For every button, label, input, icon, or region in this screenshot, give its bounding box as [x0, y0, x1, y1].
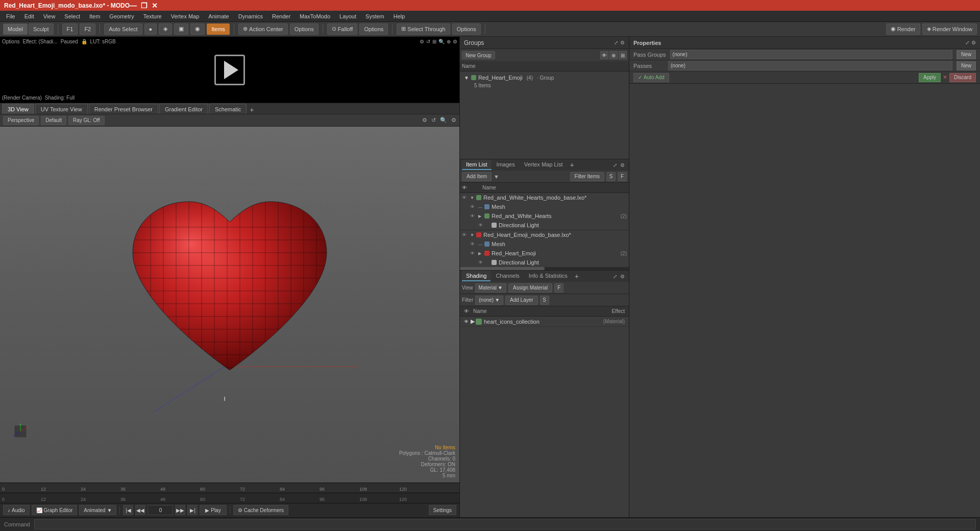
item-vis-5[interactable]	[470, 240, 477, 248]
select-through-button[interactable]: ⊞ Select Through	[397, 23, 450, 35]
item-expand-4[interactable]	[470, 233, 475, 237]
add-item-dropdown[interactable]: ▼	[494, 174, 499, 180]
cache-deformers-button[interactable]: ⚙ Cache Deformers	[233, 505, 288, 515]
item-vis-3[interactable]	[478, 222, 485, 229]
settings-button[interactable]: Settings	[429, 505, 456, 515]
tab-gradient-editor[interactable]: Gradient Editor	[159, 104, 208, 114]
panel-expand-icon[interactable]: ⤢	[613, 162, 617, 168]
item-row-3[interactable]: Directional Light	[460, 221, 629, 230]
menu-vertex-map[interactable]: Vertex Map	[167, 12, 204, 20]
item-row-1[interactable]: Mesh	[460, 202, 629, 211]
preview-ctrl4[interactable]: 🔍	[438, 39, 445, 44]
auto-add-button[interactable]: ✓ Auto Add	[633, 73, 669, 82]
f1-button[interactable]: F1	[62, 23, 78, 35]
new-passes-button[interactable]: New	[957, 61, 976, 70]
animated-button[interactable]: Animated ▼	[79, 505, 116, 515]
filter-f-btn[interactable]: F	[618, 172, 627, 181]
tab-images[interactable]: Images	[493, 160, 519, 170]
falloff-button[interactable]: ⊙ Falloff	[327, 23, 358, 35]
add-shading-tab[interactable]: +	[573, 272, 581, 280]
add-item-button[interactable]: Add Item	[462, 172, 492, 181]
shading-settings-icon[interactable]: ⚙	[620, 274, 625, 279]
view-material-dropdown[interactable]: Material ▼	[475, 283, 506, 293]
ray-gl-button[interactable]: Ray GL: Off	[68, 116, 105, 125]
menu-system[interactable]: System	[361, 12, 388, 20]
preview-ctrl3[interactable]: ⊞	[432, 39, 436, 44]
maximize-button[interactable]: ❐	[141, 2, 148, 10]
shading-f-btn[interactable]: F	[554, 283, 564, 293]
view-zoom-icon[interactable]: 🔍	[440, 117, 447, 124]
3d-viewport[interactable]: No Items Polygons : Catmull-Clark Channe…	[0, 127, 459, 482]
items-button[interactable]: Items	[207, 23, 230, 35]
preview-ctrl5[interactable]: ⊕	[447, 39, 451, 44]
model-mode-button[interactable]: Model	[3, 23, 28, 35]
groups-icon2[interactable]: ⊕	[609, 51, 618, 59]
props-expand-icon[interactable]: ⤢	[965, 40, 969, 45]
tab-info-statistics[interactable]: Info & Statistics	[525, 271, 572, 281]
item-list-content[interactable]: Red_and_White_Hearts_modo_base.lxo* Mesh	[460, 193, 629, 267]
groups-icon1[interactable]: 👁	[600, 51, 608, 59]
expand-icon[interactable]: ⤢	[614, 40, 618, 45]
discard-button[interactable]: Discard	[949, 73, 976, 82]
falloff-options-button[interactable]: Options	[359, 23, 388, 35]
tab-render-preset[interactable]: Render Preset Browser	[89, 104, 158, 114]
mat-expand[interactable]: ▶	[471, 318, 476, 325]
poly-mode-button[interactable]: ▣	[174, 23, 188, 35]
item-vis-2[interactable]	[470, 212, 477, 220]
play-button[interactable]: ▶ Play	[200, 505, 226, 515]
menu-dynamics[interactable]: Dynamics	[234, 12, 267, 20]
pass-groups-dropdown[interactable]: (none)	[670, 50, 952, 59]
groups-icon3[interactable]: ⊞	[619, 51, 627, 59]
filter-dropdown[interactable]: (none) ▼	[475, 296, 503, 305]
new-group-button[interactable]: New Group	[462, 51, 495, 59]
tab-channels[interactable]: Channels	[492, 271, 523, 281]
group-sub-item[interactable]: 5 Items	[462, 82, 627, 89]
menu-item[interactable]: Item	[85, 12, 104, 20]
item-list-scroll-thumb[interactable]	[460, 267, 545, 270]
tab-schematic[interactable]: Schematic	[209, 104, 247, 114]
select-options-button[interactable]: Options	[452, 23, 481, 35]
item-row-7[interactable]: Directional Light	[460, 258, 629, 267]
item-list-scrollbar[interactable]	[460, 267, 629, 270]
add-panel-tab[interactable]: +	[568, 161, 576, 169]
menu-animate[interactable]: Animate	[204, 12, 233, 20]
frame-input[interactable]	[148, 505, 173, 515]
menu-geometry[interactable]: Geometry	[105, 12, 138, 20]
preview-options[interactable]: Options	[2, 39, 19, 44]
item-row-4[interactable]: Red_Heart_Emoji_modo_base.lxo*	[460, 230, 629, 239]
item-expand-2[interactable]	[478, 214, 483, 219]
timeline-ruler[interactable]: 0 12 24 36 48 60 72 84 96 108 120	[0, 482, 459, 493]
new-pass-button[interactable]: New	[957, 50, 976, 59]
view-settings-icon[interactable]: ⚙	[422, 117, 427, 124]
item-vis-1[interactable]	[470, 203, 477, 210]
item-expand-0[interactable]	[470, 196, 475, 200]
action-center-button[interactable]: ⊕ Action Center	[238, 23, 288, 35]
passes-dropdown[interactable]: (none)	[668, 61, 952, 70]
item-vis-7[interactable]	[478, 259, 485, 266]
shading-expand-icon[interactable]: ⤢	[613, 274, 617, 279]
render-button[interactable]: ◉ Render	[886, 23, 920, 35]
item-mode-button[interactable]: ◉	[190, 23, 205, 35]
preview-play-button[interactable]	[214, 55, 245, 85]
item-expand-1[interactable]	[478, 205, 483, 209]
item-vis-0[interactable]	[462, 194, 469, 201]
preview-ctrl2[interactable]: ↺	[426, 39, 430, 44]
transport-start-button[interactable]: |◀	[123, 505, 133, 515]
assign-material-button[interactable]: Assign Material	[508, 283, 552, 293]
add-tab-button[interactable]: +	[248, 106, 256, 114]
perspective-button[interactable]: Perspective	[3, 116, 39, 125]
menu-maxtomodo[interactable]: MaxToModo	[296, 12, 334, 20]
preview-ctrl6[interactable]: ⚙	[453, 39, 457, 44]
auto-select-button[interactable]: Auto Select	[104, 23, 142, 35]
tab-3d-view[interactable]: 3D View	[2, 104, 34, 114]
menu-render[interactable]: Render	[268, 12, 295, 20]
menu-file[interactable]: File	[2, 12, 19, 20]
menu-edit[interactable]: Edit	[20, 12, 38, 20]
action-options-button[interactable]: Options	[290, 23, 318, 35]
tab-item-list[interactable]: Item List	[462, 160, 492, 170]
menu-layout[interactable]: Layout	[335, 12, 360, 20]
item-row-0[interactable]: Red_and_White_Hearts_modo_base.lxo*	[460, 193, 629, 202]
menu-select[interactable]: Select	[60, 12, 84, 20]
group-settings-icon[interactable]: ⚙	[620, 40, 625, 45]
filter-items-button[interactable]: Filter Items	[570, 172, 604, 181]
